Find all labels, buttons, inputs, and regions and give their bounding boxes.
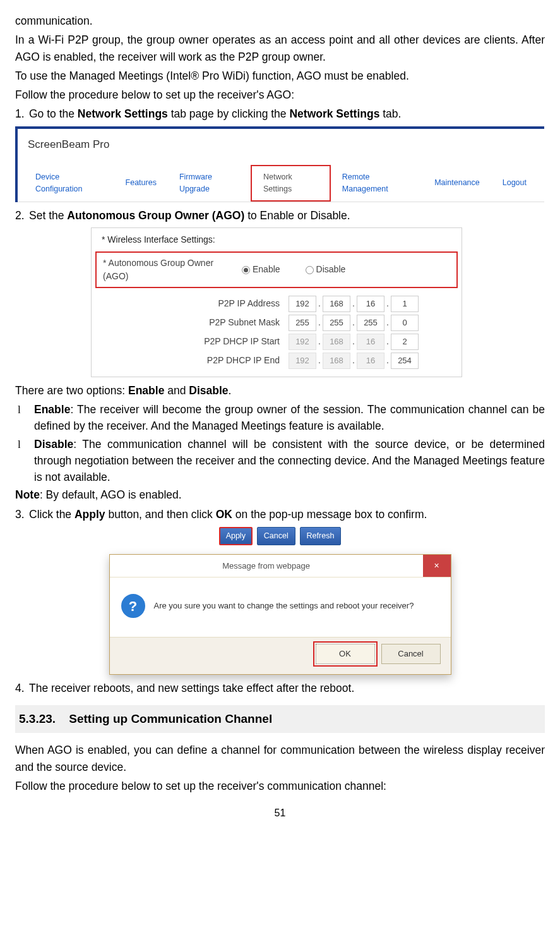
step-4-text: The receiver reboots, and new settings t… <box>29 682 354 694</box>
step-3-pre: Click the <box>29 508 74 521</box>
ok-button[interactable]: OK <box>316 644 375 664</box>
section-heading: 5.3.23. Setting up Communication Channel <box>15 705 545 734</box>
ip-d-3[interactable]: 254 <box>391 353 419 369</box>
ip-c-2: 16 <box>357 334 384 350</box>
bullet-enable: lEnable: The receiver will become the gr… <box>34 401 545 435</box>
ip-a-3[interactable]: 1 <box>391 296 419 312</box>
figure-tabs: ScreenBeam Pro Device Configuration Feat… <box>15 126 544 202</box>
radio-enable-icon <box>242 266 250 274</box>
ip-a-2[interactable]: 16 <box>357 296 384 312</box>
question-icon: ? <box>121 594 145 618</box>
ip-c-3[interactable]: 2 <box>391 334 419 350</box>
apply-button[interactable]: Apply <box>219 527 253 545</box>
tabs-row: Device Configuration Features Firmware U… <box>18 165 544 202</box>
ago-disable-label: Disable <box>316 264 346 274</box>
note-line: Note: By default, AGO is enabled. <box>15 487 545 503</box>
ago-row: * Autonomous Group Owner (AGO) Enable Di… <box>95 251 458 288</box>
bullet-disable: lDisable: The communication channel will… <box>34 436 545 486</box>
para-managed-meetings: To use the Managed Meetings (Intel® Pro … <box>15 68 545 84</box>
tab-logout[interactable]: Logout <box>491 172 538 194</box>
bullet-mark-1: l <box>18 401 34 418</box>
step-1-number: 1. <box>15 106 29 122</box>
figure-wireless-settings: * Wireless Interface Settings: * Autonom… <box>91 227 462 377</box>
options-intro: There are two options: Enable and Disabl… <box>15 382 545 399</box>
tab-network-settings[interactable]: Network Settings <box>251 165 331 202</box>
note-label: Note <box>15 488 40 501</box>
step-4-number: 4. <box>15 680 29 696</box>
step-2-number: 2. <box>15 207 29 224</box>
label-p2p-ip: P2P IP Address <box>92 297 287 310</box>
tab-firmware-upgrade[interactable]: Firmware Upgrade <box>168 166 251 200</box>
para-p2p-desc: In a Wi-Fi P2P group, the group owner op… <box>15 32 545 65</box>
ip-b-2[interactable]: 255 <box>357 315 384 331</box>
ago-disable-option[interactable]: Disable <box>306 263 346 276</box>
step-4: 4.The receiver reboots, and new settings… <box>15 680 545 696</box>
options-intro-pre: There are two options: <box>15 384 128 397</box>
step-1: 1.Go to the Network Settings tab page by… <box>15 106 545 122</box>
step-3-mid: button, and then click <box>105 508 216 521</box>
step-3-post: on the pop-up message box to confirm. <box>232 508 427 521</box>
cancel-button[interactable]: Cancel <box>257 527 295 545</box>
step-3-bold-ok: OK <box>216 508 232 521</box>
tab-features[interactable]: Features <box>114 172 168 194</box>
ip-c-0: 192 <box>289 334 316 350</box>
label-p2p-subnet: P2P Subnet Mask <box>92 316 287 329</box>
dialog-message: Are you sure you want to change the sett… <box>154 600 414 612</box>
ip-b-0[interactable]: 255 <box>289 315 316 331</box>
button-bar: Apply Cancel Refresh <box>218 526 342 545</box>
dialog-cancel-button[interactable]: Cancel <box>381 644 441 664</box>
label-p2p-dhcp-end: P2P DHCP IP End <box>92 354 287 367</box>
brand-title: ScreenBeam Pro <box>28 136 544 153</box>
row-p2p-ip: P2P IP Address 192. 168. 16. 1 <box>92 296 462 312</box>
ago-label: * Autonomous Group Owner (AGO) <box>97 257 242 283</box>
dialog-titlebar: Message from webpage × <box>110 555 451 578</box>
options-intro-mid: and <box>164 384 189 397</box>
confirm-dialog: Message from webpage × ? Are you sure yo… <box>109 554 451 675</box>
refresh-button[interactable]: Refresh <box>300 527 342 545</box>
step-2-post: to Enable or Disable. <box>244 209 350 222</box>
section-title: Setting up Communication Channel <box>69 712 272 725</box>
dialog-title: Message from webpage <box>110 555 423 577</box>
close-icon[interactable]: × <box>423 555 451 577</box>
para-communication: communication. <box>15 13 545 29</box>
para-procedure: Follow the procedure below to set up the… <box>15 87 545 103</box>
bullet-disable-label: Disable <box>34 438 73 450</box>
outro-p2: Follow the procedure below to set up the… <box>15 778 545 794</box>
options-intro-enable: Enable <box>128 384 164 397</box>
ip-d-1: 168 <box>323 353 350 369</box>
ago-enable-option[interactable]: Enable <box>242 263 280 276</box>
options-intro-post: . <box>229 384 232 397</box>
bullet-disable-text: : The communication channel will be cons… <box>34 438 545 484</box>
step-1-bold-2: Network Settings <box>289 107 379 120</box>
ip-a-0[interactable]: 192 <box>289 296 316 312</box>
ip-b-1[interactable]: 255 <box>323 315 350 331</box>
outro-p1: When AGO is enabled, you can define a ch… <box>15 742 545 775</box>
step-2-bold: Autonomous Group Owner (AGO) <box>67 209 244 222</box>
tab-maintenance[interactable]: Maintenance <box>423 172 491 194</box>
label-p2p-dhcp-start: P2P DHCP IP Start <box>92 335 287 348</box>
tab-device-configuration[interactable]: Device Configuration <box>24 166 114 200</box>
dialog-body: ? Are you sure you want to change the se… <box>110 577 451 637</box>
step-2: 2.Set the Autonomous Group Owner (AGO) t… <box>15 207 545 224</box>
ip-c-1: 168 <box>323 334 350 350</box>
bullet-enable-label: Enable <box>34 403 70 416</box>
ip-d-0: 192 <box>289 353 316 369</box>
options-intro-disable: Disable <box>189 384 228 397</box>
ip-d-2: 16 <box>357 353 384 369</box>
wireless-settings-header: * Wireless Interface Settings: <box>102 233 462 246</box>
radio-disable-icon <box>306 266 314 274</box>
step-1-post: tab. <box>379 107 401 120</box>
dialog-buttons: OK Cancel <box>110 637 451 674</box>
step-3-bold-apply: Apply <box>74 508 105 521</box>
step-1-bold-1: Network Settings <box>78 107 168 120</box>
ip-b-3[interactable]: 0 <box>391 315 419 331</box>
step-2-pre: Set the <box>29 209 67 222</box>
tab-remote-management[interactable]: Remote Management <box>331 166 423 200</box>
step-3-number: 3. <box>15 506 29 523</box>
step-3: 3.Click the Apply button, and then click… <box>15 506 545 523</box>
step-1-pre: Go to the <box>29 107 78 120</box>
page-number: 51 <box>15 806 545 821</box>
ip-a-1[interactable]: 168 <box>323 296 350 312</box>
ago-enable-label: Enable <box>253 264 280 274</box>
bullet-enable-text: : The receiver will become the group own… <box>34 403 545 432</box>
